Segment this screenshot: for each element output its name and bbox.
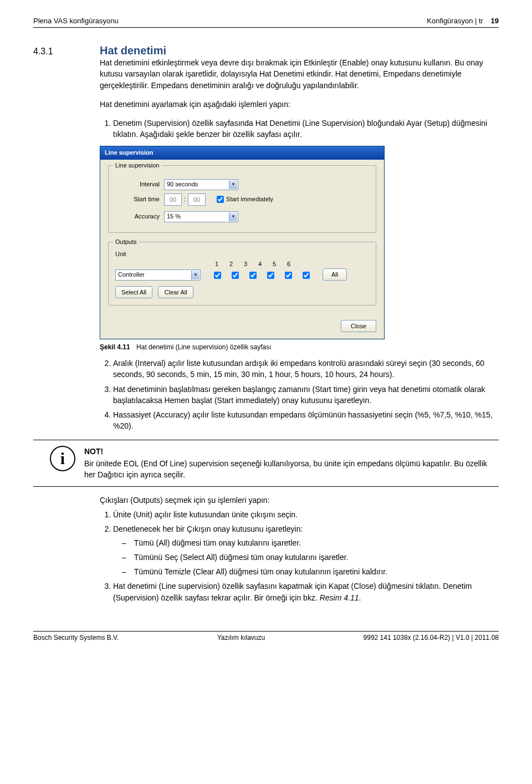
list-item: Tümünü Seç (Select All) düğmesi tüm onay… — [135, 552, 499, 563]
page-header: Plena VAS konfigürasyonu Konfigürasyon |… — [33, 17, 499, 28]
note-heading: NOT! — [84, 446, 499, 457]
output-checkbox-5[interactable] — [285, 272, 292, 279]
group-line-supervision: Line supervision Interval 90 seconds ▼ S… — [108, 165, 376, 233]
ordered-list-2: Aralık (Interval) açılır liste kutusunda… — [100, 358, 499, 432]
output-num: 5 — [270, 260, 278, 269]
output-num: 2 — [227, 260, 235, 269]
start-immediately-label: Start immediately — [226, 195, 273, 204]
output-num: 3 — [242, 260, 249, 269]
list-item: Ünite (Unit) açılır liste kutusundan üni… — [113, 509, 499, 520]
unit-value: Controller — [118, 271, 145, 279]
list-item: Hat denetimi (Line supervision) özellik … — [113, 581, 499, 603]
caption-text: Hat denetimi (Line supervision) özellik … — [136, 343, 271, 351]
list-item: Hat denetiminin başlatılması gereken baş… — [113, 384, 499, 406]
output-num: 4 — [256, 260, 264, 269]
figure-reference: Resim 4.11 — [320, 593, 359, 602]
ordered-list-3: Ünite (Unit) açılır liste kutusundan üni… — [100, 509, 499, 603]
note-block: i NOT! Bir ünitede EOL (End Of Line) sup… — [33, 440, 499, 487]
start-time-label: Start time — [115, 195, 160, 204]
start-min-input[interactable] — [188, 194, 206, 206]
page-number: 19 — [491, 17, 499, 25]
output-num: 1 — [213, 260, 221, 269]
all-button[interactable]: All — [323, 268, 347, 281]
dash-list: Tümü (All) düğmesi tüm onay kutularını i… — [113, 537, 499, 578]
output-num: 6 — [285, 260, 293, 269]
accuracy-label: Accuracy — [115, 212, 160, 221]
output-checkbox-1[interactable] — [214, 272, 221, 279]
figure-caption: Şekil 4.11 Hat denetimi (Line supervisio… — [100, 343, 499, 352]
caption-label: Şekil 4.11 — [100, 343, 130, 351]
start-immediately-checkbox[interactable] — [217, 196, 224, 203]
section-number: 4.3.1 — [33, 47, 100, 57]
section-title: Hat denetimi — [100, 44, 166, 57]
header-right: Konfigürasyon | tr 19 — [427, 17, 499, 25]
interval-dropdown[interactable]: 90 seconds ▼ — [164, 179, 238, 190]
time-colon: : — [184, 195, 186, 204]
output-checkbox-4[interactable] — [267, 272, 274, 279]
list-item: Tümü (All) düğmesi tüm onay kutularını i… — [135, 537, 499, 548]
accuracy-value: 15 % — [167, 212, 181, 221]
output-checkbox-3[interactable] — [249, 272, 257, 279]
outputs-intro: Çıkışları (Outputs) seçmek için şu işlem… — [100, 495, 499, 506]
list-item: Hassasiyet (Accuracy) açılır liste kutus… — [113, 409, 499, 432]
chevron-down-icon: ▼ — [229, 180, 237, 189]
output-numbers-row: 1 2 3 4 5 6 — [213, 260, 311, 269]
group-outputs: Outputs Unit Controller ▼ 1 2 — [108, 242, 376, 306]
header-left: Plena VAS konfigürasyonu — [33, 17, 119, 25]
chevron-down-icon: ▼ — [229, 212, 237, 221]
unit-label: Unit — [115, 250, 369, 259]
output-checkbox-6[interactable] — [303, 272, 310, 279]
paragraph-intro: Hat denetimini etkinleştirmek veya devre… — [100, 57, 499, 91]
footer-center: Yazılım kılavuzu — [217, 634, 265, 642]
info-icon: i — [50, 446, 75, 471]
footer-left: Bosch Security Systems B.V. — [33, 634, 119, 642]
list-item: Denetlenecek her bir Çıkışın onay kutusu… — [113, 523, 499, 577]
interval-value: 90 seconds — [167, 180, 198, 189]
line-supervision-dialog: Line supervision Line supervision Interv… — [100, 146, 385, 339]
group-label: Line supervision — [113, 161, 162, 170]
page-footer: Bosch Security Systems B.V. Yazılım kıla… — [33, 631, 499, 642]
unit-dropdown[interactable]: Controller ▼ — [115, 269, 201, 281]
chevron-down-icon: ▼ — [191, 271, 200, 279]
list-item: Denetim (Supervision) özellik sayfasında… — [113, 118, 499, 140]
close-button[interactable]: Close — [341, 320, 376, 332]
select-all-button[interactable]: Select All — [115, 286, 152, 298]
note-body: Bir ünitede EOL (End Of Line) supervisio… — [84, 459, 487, 479]
start-hour-input[interactable] — [164, 194, 182, 206]
dialog-titlebar: Line supervision — [100, 146, 384, 160]
accuracy-dropdown[interactable]: 15 % ▼ — [164, 211, 238, 222]
paragraph-steps-intro: Hat denetimini ayarlamak için aşağıdaki … — [100, 99, 499, 110]
ordered-list-1: Denetim (Supervision) özellik sayfasında… — [100, 118, 499, 140]
footer-right: 9992 141 1038x (2.16.04-R2) | V1.0 | 201… — [364, 634, 499, 642]
interval-label: Interval — [115, 180, 160, 189]
list-item: Aralık (Interval) açılır liste kutusunda… — [113, 358, 499, 380]
group-label: Outputs — [113, 238, 139, 247]
list-item: Tümünü Temizle (Clear All) düğmesi tüm o… — [135, 566, 499, 577]
header-section-label: Konfigürasyon | tr — [427, 17, 483, 25]
clear-all-button[interactable]: Clear All — [158, 286, 193, 298]
output-checkbox-2[interactable] — [232, 272, 239, 279]
